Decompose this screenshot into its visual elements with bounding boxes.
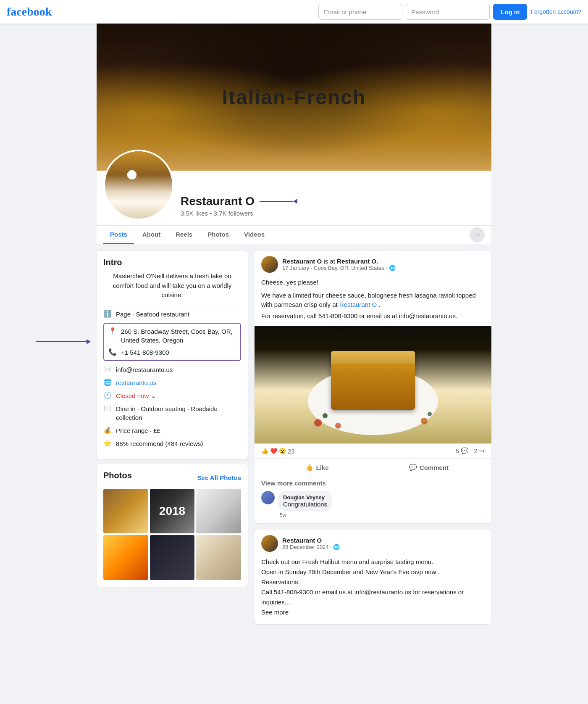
view-more-comments[interactable]: View more comments	[261, 480, 485, 487]
service-icon: 🍽️	[103, 405, 112, 413]
website-link[interactable]: restauranto.us	[116, 379, 156, 386]
comment-label: Comment	[420, 464, 449, 471]
photo-thumb-2[interactable]: 2018	[150, 489, 195, 534]
photos-card: Photos See All Photos 2018	[97, 464, 248, 587]
email-text: info@restauranto.us	[116, 365, 173, 374]
post-header-1: Restaurant O is at Restaurant O. 17 Janu…	[255, 251, 491, 278]
see-more-link[interactable]: See more	[261, 609, 289, 616]
post-author-1: Restaurant O is at Restaurant O.	[282, 258, 396, 265]
location-icon: 📍	[108, 327, 117, 336]
tab-reels[interactable]: Reels	[169, 226, 199, 244]
post-food-image	[255, 326, 491, 443]
post-author-info-1: Restaurant O is at Restaurant O. 17 Janu…	[282, 258, 396, 271]
login-button[interactable]: Log in	[493, 4, 527, 20]
address-row: 📍 260 S. Broadway Street, Coos Bay, OR, …	[108, 327, 236, 345]
cover-text: Italian-French	[222, 86, 366, 109]
main-content: Intro Masterchef O'Neill delivers a fres…	[97, 251, 491, 624]
clock-icon: 🕐	[103, 392, 112, 400]
website-row: 🌐 restauranto.us	[103, 378, 241, 387]
info-icon: ℹ️	[103, 310, 112, 319]
tab-posts[interactable]: Posts	[103, 226, 134, 244]
right-column: Restaurant O is at Restaurant O. 17 Janu…	[255, 251, 491, 624]
intro-title: Intro	[103, 258, 241, 267]
hours-chevron[interactable]: ⌄	[151, 392, 156, 399]
reaction-icons-1: 👍 ❤️ 😮 23	[261, 448, 295, 455]
star-icon: ⭐	[103, 440, 112, 448]
page-type-row: ℹ️ Page · Seafood restaurant	[103, 310, 241, 319]
like-button[interactable]: 👍 Like	[261, 460, 373, 475]
price-text: Price range · ££	[116, 426, 160, 435]
hours-text: Closed now ⌄	[116, 391, 156, 400]
email-row: ✉️ info@restauranto.us	[103, 365, 241, 374]
post-meta-2: 28 December 2024 · 🌐	[282, 544, 340, 550]
like-icon: 👍	[305, 464, 313, 471]
like-label: Like	[316, 464, 328, 471]
facebook-logo: facebook	[7, 5, 52, 18]
post-author-2: Restaurant O	[282, 537, 340, 544]
photo-thumb-6[interactable]	[196, 535, 241, 580]
more-tabs-button[interactable]: ···	[470, 227, 485, 243]
address-arrow-annotation	[36, 339, 91, 344]
photo-thumb-1[interactable]	[103, 489, 148, 534]
shares-count: 2 ↪	[474, 447, 485, 455]
reviews-text: 88% recommend (484 reviews)	[116, 439, 203, 448]
comment-item-1: Douglas Veysey Congratulations	[261, 491, 485, 511]
photos-title: Photos	[103, 471, 132, 480]
address-text: 260 S. Broadway Street, Coos Bay, OR, Un…	[121, 327, 236, 345]
navbar-inputs: Log in Forgotten account?	[318, 4, 581, 20]
password-input[interactable]	[406, 4, 490, 20]
tab-about[interactable]: About	[136, 226, 167, 244]
photos-header: Photos See All Photos	[103, 471, 241, 485]
forgotten-account-link[interactable]: Forgotten account?	[530, 8, 581, 15]
closed-status: Closed now	[116, 392, 149, 399]
website-icon: 🌐	[103, 379, 112, 387]
comment-text: Congratulations	[283, 501, 327, 508]
post-body-line1: Cheese, yes please!	[261, 278, 485, 287]
post-card-2: Restaurant O 28 December 2024 · 🌐 Check …	[255, 530, 491, 624]
navbar: facebook Log in Forgotten account?	[0, 0, 588, 24]
email-input[interactable]	[318, 4, 402, 20]
photo-thumb-4[interactable]	[103, 535, 148, 580]
comment-icon: 💬	[409, 464, 417, 471]
comment-bubble: Douglas Veysey Congratulations	[278, 491, 332, 511]
wow-emoji: 😮	[279, 448, 286, 454]
left-column: Intro Masterchef O'Neill delivers a fres…	[97, 251, 248, 587]
share-counts-1: 5 💬 2 ↪	[456, 447, 485, 455]
post-card-1: Restaurant O is at Restaurant O. 17 Janu…	[255, 251, 491, 523]
photo-thumb-3[interactable]	[196, 489, 241, 534]
comments-count: 5 💬	[456, 447, 469, 455]
email-icon: ✉️	[103, 366, 112, 374]
name-arrow-annotation	[260, 199, 297, 204]
service-text: Dine in · Outdoor seating · Roadside col…	[116, 404, 241, 422]
website-text: restauranto.us	[116, 378, 156, 387]
post-reactions-1: 👍 ❤️ 😮 23 5 💬 2 ↪	[255, 443, 491, 459]
see-all-photos-link[interactable]: See All Photos	[197, 474, 241, 481]
profile-section: Restaurant O 3.5K likes • 3.7K followers	[97, 171, 491, 226]
post-avatar-2	[261, 535, 278, 552]
post-body-2: Check out our Fresh Halibut menu and sur…	[255, 557, 491, 624]
commenter-name: Douglas Veysey	[283, 494, 327, 501]
restaurant-link[interactable]: Restaurant O	[339, 301, 377, 308]
price-row: 💰 Price range · ££	[103, 426, 241, 435]
price-icon: 💰	[103, 427, 112, 435]
tab-photos[interactable]: Photos	[201, 226, 236, 244]
address-box: 📍 260 S. Broadway Street, Coos Bay, OR, …	[103, 323, 241, 361]
post-meta-1: 17 January · Coos Bay, OR, United States…	[282, 265, 396, 271]
reaction-count: 23	[288, 448, 295, 455]
tab-videos[interactable]: Videos	[237, 226, 271, 244]
phone-icon: 📞	[108, 348, 117, 357]
page-title: Restaurant O	[181, 195, 255, 208]
phone-text: +1 541-808-9300	[121, 348, 169, 357]
comment-time: 5w	[280, 512, 485, 518]
phone-row: 📞 +1 541-808-9300	[108, 348, 236, 357]
post-body-line3: For reservation, call 541-808-9300 or em…	[261, 311, 485, 321]
comments-section-1: View more comments Douglas Veysey Congra…	[255, 476, 491, 523]
post-body-line2: We have a limited four cheese sauce, bol…	[261, 291, 485, 310]
post-header-2: Restaurant O 28 December 2024 · 🌐	[255, 530, 491, 557]
photo-thumb-5[interactable]	[150, 535, 195, 580]
comment-button[interactable]: 💬 Comment	[373, 460, 485, 475]
post-author-info-2: Restaurant O 28 December 2024 · 🌐	[282, 537, 340, 550]
post-avatar-1	[261, 256, 278, 273]
cover-photo: Italian-French	[97, 24, 491, 171]
post-body-1: Cheese, yes please! We have a limited fo…	[255, 278, 491, 326]
